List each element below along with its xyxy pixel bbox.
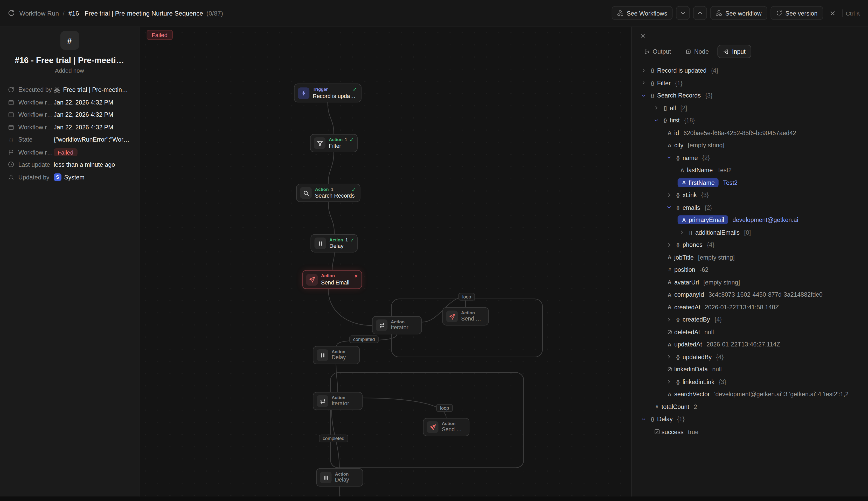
workflow-node-record-is-updated[interactable]: Trigger✓Record is updated [294,84,361,103]
json-row-deletedat[interactable]: deletedAtnull [632,326,862,338]
workflow-node-send-email[interactable]: ActionSend Email [423,418,469,436]
see-workflow-button[interactable]: See workflow [710,6,767,20]
object-type-icon: {} [647,93,657,98]
json-row-id[interactable]: Aid620bae5e-f68a-4252-85f6-bc90457aed42 [632,127,862,139]
json-row-filter[interactable]: {}Filter{1} [632,77,862,89]
workflow-canvas[interactable]: Failed loopcompletedloopcompleted Trigge… [140,26,631,496]
workflow-node-search-records[interactable]: Action1✓Search Records [296,184,361,202]
json-row-success[interactable]: successtrue [632,425,862,438]
record-field-workflow-run: Workflow run …Jan 22, 2026 4:32 PM [0,108,139,121]
node-title: Iterator [332,401,358,407]
see-version-button[interactable]: See version [771,6,823,20]
chevron-right-icon[interactable] [665,241,673,249]
workflow-node-delay[interactable]: Action1✓Delay [311,234,358,252]
json-key: deletedAt [674,329,700,335]
workflow-node-delay[interactable]: ActionDelay [313,346,360,364]
json-row-linkedinlink[interactable]: {}linkedinLink{3} [632,375,862,388]
json-row-companyid[interactable]: AcompanyId3c4c8073-1602-4450-877d-3a2148… [632,288,862,301]
json-row-first[interactable]: {}first{18} [632,114,862,127]
json-row-phones[interactable]: {}phones{4} [632,238,862,251]
workflow-node-filter[interactable]: Action1✓Filter [310,134,358,152]
see-workflows-button[interactable]: See Workflows [612,6,673,20]
field-value[interactable]: Jan 22, 2026 4:32 PM [54,124,131,131]
field-label: Workflow run … [8,149,54,156]
json-row-firstname[interactable]: AfirstNameTest2 [632,176,862,189]
json-row-name[interactable]: {}name{2} [632,151,862,164]
json-row-xlink[interactable]: {}xLink{3} [632,189,862,201]
json-key: companyId [674,291,704,298]
chevron-down-icon[interactable] [639,91,647,99]
json-row-additionalemails[interactable]: []additionalEmails[0] [632,226,862,238]
node-title: Send Email [442,426,465,433]
workflow-node-iterator[interactable]: ActionIterator [313,392,363,410]
chevron-right-icon[interactable] [639,66,647,75]
chevron-right-icon[interactable] [665,353,673,361]
close-panel-button[interactable] [637,30,649,41]
run-progress-counter: (0/87) [206,10,223,16]
tab-output[interactable]: Output [638,45,676,58]
chevron-down-icon[interactable] [665,203,673,212]
node-run-count: 1 [345,237,348,243]
field-value[interactable]: Failed [54,148,131,156]
json-row-city[interactable]: Acity[empty string] [632,139,862,151]
record-title[interactable]: #16 - Free trial | Pre-meeti… [0,55,139,65]
json-row-searchvector[interactable]: AsearchVector'development@getken.ai':3 '… [632,388,862,401]
chevron-down-icon[interactable] [639,415,647,423]
json-value: 2026-01-22T13:46:27.114Z [706,341,780,348]
json-row-delay[interactable]: {}Delay{1} [632,413,862,425]
json-child-count: [0] [744,229,751,236]
chevron-down-icon[interactable] [652,116,661,125]
json-row-avatarurl[interactable]: AavatarUrl[empty string] [632,276,862,288]
json-row-jobtitle[interactable]: AjobTitle[empty string] [632,251,862,264]
field-value[interactable]: SSystem [54,173,131,181]
workflow-node-send-email[interactable]: ActionSend Email [442,307,489,326]
chevron-right-icon[interactable] [678,228,686,236]
json-row-updatedby[interactable]: {}updatedBy{4} [632,351,862,363]
next-run-button[interactable] [693,6,707,20]
string-type-icon: A [665,279,674,285]
json-child-count: {1} [675,79,683,86]
json-row-record-is-updated[interactable]: {}Record is updated{4} [632,64,862,77]
field-value[interactable]: Jan 22, 2026 4:32 PM [54,111,131,118]
field-label: Updated by [8,174,54,181]
chevron-right-icon[interactable] [639,79,647,87]
chevron-down-icon[interactable] [665,153,673,162]
tab-input[interactable]: Input [718,45,751,58]
close-window-button[interactable] [826,7,838,19]
workflow-node-delay[interactable]: ActionDelay [316,468,363,487]
field-value[interactable]: Free trial | Pre-meeting Nurt… [54,87,131,93]
chevron-right-icon[interactable] [652,104,661,112]
previous-run-button[interactable] [676,6,690,20]
json-row-linkedindata[interactable]: linkedinDatanull [632,363,862,375]
version-history-icon [776,10,782,16]
json-row-lastname[interactable]: AlastNameTest2 [632,164,862,176]
person-icon [8,174,14,181]
run-icon [8,87,14,93]
tab-node[interactable]: Node [680,45,714,58]
json-row-createdat[interactable]: AcreatedAt2026-01-22T13:41:58.148Z [632,301,862,313]
field-value[interactable]: Jan 22, 2026 4:32 PM [54,99,131,106]
object-type-icon: {} [673,192,683,198]
json-row-all[interactable]: []all[2] [632,102,862,114]
json-row-updatedat[interactable]: AupdatedAt2026-01-22T13:46:27.114Z [632,338,862,351]
json-row-search-records[interactable]: {}Search Records{3} [632,89,862,102]
breadcrumb-section[interactable]: Workflow Run [20,10,59,16]
json-row-totalcount[interactable]: #totalCount2 [632,401,862,413]
json-row-emails[interactable]: {}emails{2} [632,201,862,214]
json-row-createdby[interactable]: {}createdBy{4} [632,313,862,326]
field-value[interactable]: {"workflowRunError":"WorkflowF [54,136,131,143]
workflow-node-iterator[interactable]: ActionIterator [372,316,422,334]
json-row-primaryemail[interactable]: AprimaryEmaildevelopment@getken.ai [632,214,862,226]
workflow-node-send-email[interactable]: Action×Send Email [302,270,362,289]
node-type-label: Trigger [313,87,328,92]
field-value[interactable]: less than a minute ago [54,161,131,168]
filter-icon [314,137,325,149]
json-row-position[interactable]: #position-62 [632,264,862,276]
record-fields: Executed byFree trial | Pre-meeting Nurt… [0,84,139,183]
chevron-right-icon[interactable] [665,191,673,199]
field-label-text: Updated by [18,174,49,181]
pause-icon [317,349,328,361]
chevron-right-icon[interactable] [665,377,673,386]
chevron-right-icon[interactable] [665,315,673,324]
output-icon [644,49,650,54]
